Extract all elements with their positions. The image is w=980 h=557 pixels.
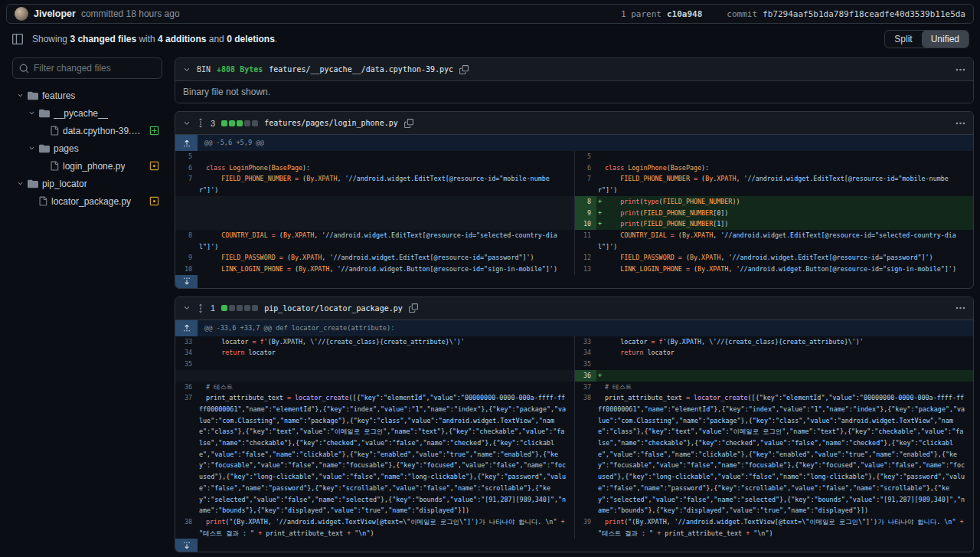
tree-folder[interactable]: pip_locator [12,175,162,192]
old-code-line: print("(By.XPATH, '//android.widget.Text… [198,516,574,539]
split-view-button[interactable]: Split [885,31,921,48]
file-path[interactable]: pip_locator/locator_package.py [264,304,403,313]
new-line-number[interactable]: 36 [574,370,596,382]
parent-hash-link[interactable]: c10a948 [667,9,702,19]
expand-up-button[interactable] [175,320,198,336]
new-code-line [596,359,973,370]
old-line-number[interactable]: 7 [175,173,198,195]
split-diff: @@ -33,6 +33,7 @@ def locator_create(att… [175,320,973,552]
new-line-number[interactable]: 6 [574,162,596,174]
tree-folder[interactable]: __pycache__ [12,104,162,122]
summary-bar: Showing 3 changed files with 4 additions… [0,24,980,54]
tree-folder-label: pages [54,143,79,154]
file-tree-toggle-button[interactable] [11,32,24,46]
diff-row: 34 return locator34 return locator [175,347,973,359]
file-options-button[interactable] [956,306,965,310]
author-name[interactable]: Jiveloper [34,8,76,19]
drag-grabber-icon[interactable] [197,118,204,128]
tree-file-label: data.cpython-39.pyc [63,126,145,136]
tree-file[interactable]: data.cpython-39.pyc [12,122,162,139]
new-code-line: return locator [596,347,973,359]
unified-view-button[interactable]: Unified [922,31,969,48]
hunk-header: @@ -33,6 +33,7 @@ def locator_create(att… [175,320,973,336]
old-line-number[interactable]: 8 [175,230,198,252]
new-line-number[interactable]: 33 [574,336,596,348]
diffstat-squares [221,305,258,311]
chevron-down-icon [28,110,35,116]
new-code-line: # 테스트 [596,382,973,393]
new-line-number[interactable]: 35 [574,359,596,370]
diff-row: 8 COUNTRY_DIAL = (By.XPATH, '//android.w… [175,230,973,252]
author-avatar[interactable] [15,7,28,21]
tree-folder[interactable]: features [12,87,162,104]
new-line-number[interactable]: 10 [574,218,596,230]
diffstat-square [229,120,235,126]
file-icon [38,196,47,206]
expand-down-button[interactable] [175,539,198,552]
parent-label: 1 parent [621,9,662,19]
tree-file[interactable]: login_phone.py [12,157,162,175]
old-line-number[interactable]: 5 [175,151,198,162]
new-line-number[interactable]: 9 [574,208,596,219]
new-code-line: print_attribute_text = locator_create([{… [596,392,973,516]
new-line-number[interactable]: 38 [574,392,596,516]
changed-files-summary: Showing 3 changed files with 4 additions… [32,34,277,44]
file-options-button[interactable] [956,68,965,71]
new-line-number[interactable]: 34 [574,347,596,359]
old-line-number[interactable]: 37 [175,392,198,516]
diffstat-squares [221,120,258,126]
diffstat-square [244,305,250,311]
drag-grabber-icon[interactable] [197,303,204,313]
collapse-file-button[interactable] [183,66,191,74]
chevron-down-icon [183,66,191,74]
file-header: 3 features/pages/login_phone.py [175,112,973,135]
file-path[interactable]: features/__pycache__/data.cpython-39.pyc [269,65,453,74]
new-line-number[interactable]: 5 [574,151,596,162]
copy-path-button[interactable] [409,303,418,313]
binary-file-message: Binary file not shown. [175,81,973,103]
old-line-number[interactable]: 38 [175,516,198,539]
old-line-number[interactable]: 36 [175,382,198,393]
tree-folder[interactable]: pages [12,139,162,157]
tree-file[interactable]: locator_package.py [12,192,162,210]
new-line-number[interactable]: 7 [574,173,596,195]
diffstat-square [237,120,243,126]
old-line-number[interactable]: 10 [175,264,198,275]
new-line-number[interactable]: 13 [574,264,596,275]
new-line-number[interactable]: 39 [574,516,596,539]
copy-path-button[interactable] [459,65,469,74]
new-line-number[interactable]: 37 [574,382,596,393]
file-path[interactable]: features/pages/login_phone.py [264,119,398,127]
new-line-number[interactable]: 11 [574,230,596,252]
old-code-line: # 테스트 [198,382,574,393]
old-line-number[interactable]: 35 [175,359,198,370]
file-status-badge [149,196,159,206]
old-line-number[interactable]: 33 [175,336,198,348]
new-code-line: FIELD_PHONE_NUMBER = (By.XPATH, '//andro… [596,173,973,195]
diff-row: 55 [175,151,973,162]
diff-row: 36+ [175,370,973,382]
expand-up-button[interactable] [175,135,198,151]
hunk-text: @@ -33,6 +33,7 @@ def locator_create(att… [198,320,973,336]
old-line-number[interactable]: 34 [175,347,198,359]
file-options-button[interactable] [956,122,965,125]
old-line-number[interactable]: 9 [175,252,198,264]
search-icon [19,64,29,74]
diff-row: 9 FIELD_PASSWORD = (By.XPATH, '//android… [175,252,973,264]
changed-lines-count: 3 [211,119,215,128]
new-line-number[interactable]: 12 [574,252,596,264]
old-line-number[interactable]: 6 [175,162,198,174]
new-line-number[interactable]: 8 [574,196,596,208]
expand-down-button[interactable] [175,275,198,288]
diff-row: 36# 테스트37# 테스트 [175,382,973,393]
folder-icon [39,143,50,154]
filter-changed-files-input[interactable] [34,63,155,74]
collapse-file-button[interactable] [183,120,191,127]
split-diff: @@ -5,6 +5,9 @@556class LoginPhone(BaseP… [175,135,973,288]
copy-path-button[interactable] [404,119,413,128]
bytes-changed: +808 Bytes [217,65,263,74]
diff-modified-icon [149,196,159,206]
collapse-file-button[interactable] [183,304,191,312]
diff-row: 9+ print(FIELD_PHONE_NUMBER[0]) [175,208,973,219]
diff-row: 37print_attribute_text = locator_create(… [175,392,973,516]
